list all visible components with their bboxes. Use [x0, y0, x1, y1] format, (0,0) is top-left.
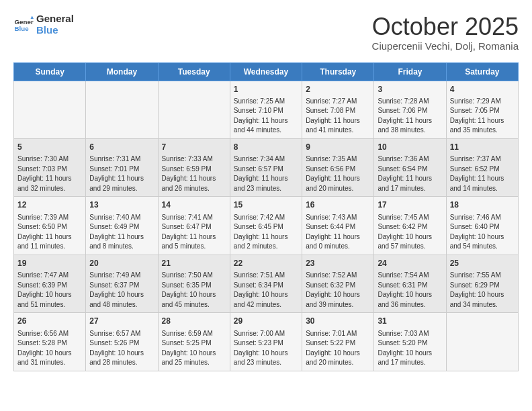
weekday-header-friday: Friday: [374, 62, 446, 81]
calendar-cell: 23Sunrise: 7:52 AMSunset: 6:32 PMDayligh…: [302, 255, 374, 312]
day-number: 21: [162, 258, 226, 269]
logo-icon: General Blue: [13, 15, 34, 35]
calendar-cell: 30Sunrise: 7:01 AMSunset: 5:22 PMDayligh…: [302, 313, 374, 371]
day-number: 10: [378, 142, 442, 153]
day-number: 6: [89, 142, 154, 153]
calendar-cell: 1Sunrise: 7:25 AMSunset: 7:10 PMDaylight…: [230, 81, 302, 138]
day-info: Sunrise: 7:37 AMSunset: 6:52 PMDaylight:…: [450, 154, 515, 193]
day-number: 4: [450, 84, 515, 95]
calendar-cell: 2Sunrise: 7:27 AMSunset: 7:08 PMDaylight…: [302, 81, 374, 138]
calendar-cell: 20Sunrise: 7:49 AMSunset: 6:37 PMDayligh…: [86, 255, 158, 312]
calendar-cell: 28Sunrise: 6:59 AMSunset: 5:25 PMDayligh…: [158, 313, 230, 371]
day-number: 7: [162, 142, 226, 153]
calendar-cell: 15Sunrise: 7:42 AMSunset: 6:45 PMDayligh…: [230, 197, 302, 255]
svg-marker-2: [31, 15, 34, 19]
calendar-cell: 22Sunrise: 7:51 AMSunset: 6:34 PMDayligh…: [230, 255, 302, 312]
day-number: 13: [89, 199, 154, 211]
calendar-table: SundayMondayTuesdayWednesdayThursdayFrid…: [13, 62, 519, 371]
calendar-cell: 11Sunrise: 7:37 AMSunset: 6:52 PMDayligh…: [446, 138, 518, 196]
day-info: Sunrise: 7:45 AMSunset: 6:42 PMDaylight:…: [378, 213, 442, 252]
calendar-cell: 10Sunrise: 7:36 AMSunset: 6:54 PMDayligh…: [374, 138, 446, 196]
day-number: 22: [234, 258, 298, 269]
day-number: 31: [378, 316, 442, 327]
day-info: Sunrise: 7:52 AMSunset: 6:32 PMDaylight:…: [306, 271, 370, 310]
day-number: 9: [306, 142, 370, 153]
day-number: 20: [89, 258, 154, 269]
calendar-cell: [446, 313, 518, 371]
day-info: Sunrise: 6:56 AMSunset: 5:28 PMDaylight:…: [17, 329, 82, 368]
day-info: Sunrise: 7:47 AMSunset: 6:39 PMDaylight:…: [17, 271, 82, 310]
calendar-cell: 18Sunrise: 7:46 AMSunset: 6:40 PMDayligh…: [446, 197, 518, 255]
location-title: Ciupercenii Vechi, Dolj, Romania: [372, 40, 519, 52]
title-block: October 2025 Ciupercenii Vechi, Dolj, Ro…: [372, 13, 519, 52]
weekday-header-wednesday: Wednesday: [230, 62, 302, 81]
calendar-week-row: 19Sunrise: 7:47 AMSunset: 6:39 PMDayligh…: [14, 255, 519, 312]
calendar-cell: [14, 81, 86, 138]
calendar-cell: 24Sunrise: 7:54 AMSunset: 6:31 PMDayligh…: [374, 255, 446, 312]
calendar-cell: 8Sunrise: 7:34 AMSunset: 6:57 PMDaylight…: [230, 138, 302, 196]
day-info: Sunrise: 7:31 AMSunset: 7:01 PMDaylight:…: [89, 154, 154, 193]
day-info: Sunrise: 7:28 AMSunset: 7:06 PMDaylight:…: [378, 97, 442, 136]
day-info: Sunrise: 7:43 AMSunset: 6:44 PMDaylight:…: [306, 213, 370, 252]
day-number: 25: [450, 258, 515, 269]
day-number: 17: [378, 199, 442, 211]
calendar-cell: 6Sunrise: 7:31 AMSunset: 7:01 PMDaylight…: [86, 138, 158, 196]
calendar-cell: 29Sunrise: 7:00 AMSunset: 5:23 PMDayligh…: [230, 313, 302, 371]
day-info: Sunrise: 7:46 AMSunset: 6:40 PMDaylight:…: [450, 213, 515, 252]
day-number: 23: [306, 258, 370, 269]
day-number: 26: [17, 316, 82, 327]
weekday-header-sunday: Sunday: [14, 62, 86, 81]
day-number: 15: [234, 199, 298, 211]
calendar-cell: 16Sunrise: 7:43 AMSunset: 6:44 PMDayligh…: [302, 197, 374, 255]
weekday-header-tuesday: Tuesday: [158, 62, 230, 81]
day-info: Sunrise: 7:00 AMSunset: 5:23 PMDaylight:…: [234, 329, 298, 368]
calendar-cell: 19Sunrise: 7:47 AMSunset: 6:39 PMDayligh…: [14, 255, 86, 312]
day-info: Sunrise: 7:55 AMSunset: 6:29 PMDaylight:…: [450, 271, 515, 310]
day-info: Sunrise: 7:01 AMSunset: 5:22 PMDaylight:…: [306, 329, 370, 368]
day-info: Sunrise: 7:40 AMSunset: 6:49 PMDaylight:…: [89, 213, 154, 252]
calendar-cell: [86, 81, 158, 138]
logo-blue-text: Blue: [36, 25, 74, 36]
day-number: 27: [89, 316, 154, 327]
day-info: Sunrise: 7:39 AMSunset: 6:50 PMDaylight:…: [17, 213, 82, 252]
month-title: October 2025: [372, 13, 519, 40]
calendar-week-row: 1Sunrise: 7:25 AMSunset: 7:10 PMDaylight…: [14, 81, 519, 138]
day-number: 8: [234, 142, 298, 153]
calendar-cell: 26Sunrise: 6:56 AMSunset: 5:28 PMDayligh…: [14, 313, 86, 371]
day-info: Sunrise: 7:50 AMSunset: 6:35 PMDaylight:…: [162, 271, 226, 310]
page-header: General Blue General Blue October 2025 C…: [13, 13, 519, 52]
day-info: Sunrise: 6:59 AMSunset: 5:25 PMDaylight:…: [162, 329, 226, 368]
day-info: Sunrise: 7:25 AMSunset: 7:10 PMDaylight:…: [234, 97, 298, 136]
calendar-cell: 9Sunrise: 7:35 AMSunset: 6:56 PMDaylight…: [302, 138, 374, 196]
day-info: Sunrise: 7:51 AMSunset: 6:34 PMDaylight:…: [234, 271, 298, 310]
day-number: 28: [162, 316, 226, 327]
day-info: Sunrise: 7:49 AMSunset: 6:37 PMDaylight:…: [89, 271, 154, 310]
weekday-header-monday: Monday: [86, 62, 158, 81]
calendar-cell: 5Sunrise: 7:30 AMSunset: 7:03 PMDaylight…: [14, 138, 86, 196]
calendar-cell: 3Sunrise: 7:28 AMSunset: 7:06 PMDaylight…: [374, 81, 446, 138]
day-info: Sunrise: 7:41 AMSunset: 6:47 PMDaylight:…: [162, 213, 226, 252]
day-info: Sunrise: 6:57 AMSunset: 5:26 PMDaylight:…: [89, 329, 154, 368]
calendar-cell: 12Sunrise: 7:39 AMSunset: 6:50 PMDayligh…: [14, 197, 86, 255]
day-number: 5: [17, 142, 82, 153]
logo: General Blue General Blue: [13, 13, 74, 36]
day-number: 30: [306, 316, 370, 327]
calendar-week-row: 5Sunrise: 7:30 AMSunset: 7:03 PMDaylight…: [14, 138, 519, 196]
calendar-cell: [158, 81, 230, 138]
calendar-cell: 14Sunrise: 7:41 AMSunset: 6:47 PMDayligh…: [158, 197, 230, 255]
weekday-header-thursday: Thursday: [302, 62, 374, 81]
day-number: 11: [450, 142, 515, 153]
day-info: Sunrise: 7:36 AMSunset: 6:54 PMDaylight:…: [378, 154, 442, 193]
day-info: Sunrise: 7:29 AMSunset: 7:05 PMDaylight:…: [450, 97, 515, 136]
calendar-body: 1Sunrise: 7:25 AMSunset: 7:10 PMDaylight…: [14, 81, 519, 371]
calendar-week-row: 12Sunrise: 7:39 AMSunset: 6:50 PMDayligh…: [14, 197, 519, 255]
day-number: 2: [306, 84, 370, 95]
day-info: Sunrise: 7:35 AMSunset: 6:56 PMDaylight:…: [306, 154, 370, 193]
day-info: Sunrise: 7:54 AMSunset: 6:31 PMDaylight:…: [378, 271, 442, 310]
day-info: Sunrise: 7:27 AMSunset: 7:08 PMDaylight:…: [306, 97, 370, 136]
calendar-week-row: 26Sunrise: 6:56 AMSunset: 5:28 PMDayligh…: [14, 313, 519, 371]
day-info: Sunrise: 7:33 AMSunset: 6:59 PMDaylight:…: [162, 154, 226, 193]
day-number: 24: [378, 258, 442, 269]
logo-general-text: General: [36, 13, 74, 25]
svg-text:Blue: Blue: [15, 25, 30, 32]
